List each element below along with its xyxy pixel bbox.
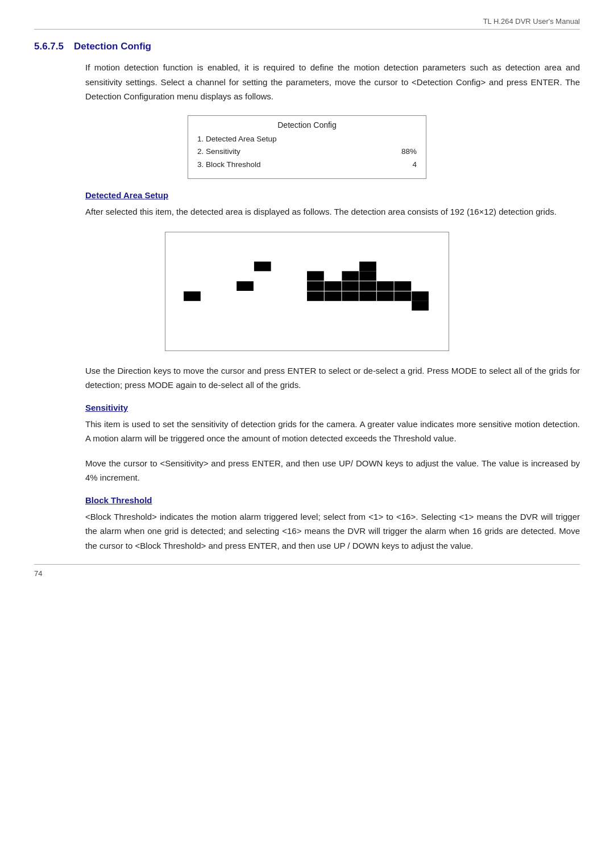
section-number: 5.6.7.5 [34, 41, 64, 52]
svg-rect-7 [325, 281, 342, 291]
sensitivity-text2: Move the cursor to <Sensitivity> and pre… [85, 456, 580, 485]
section-header: 5.6.7.5 Detection Config [34, 41, 580, 52]
sensitivity-link[interactable]: Sensitivity [85, 403, 580, 412]
detected-area-link[interactable]: Detected Area Setup [85, 190, 580, 200]
svg-rect-4 [359, 271, 376, 281]
svg-rect-10 [377, 281, 394, 291]
svg-rect-3 [342, 271, 359, 281]
page-number: 74 [34, 569, 42, 578]
detection-config-box: Detection Config 1. Detected Area Setup … [188, 115, 426, 180]
menu-item-2: 2. Sensitivity 88% [197, 145, 417, 158]
svg-rect-20 [412, 301, 429, 311]
svg-rect-6 [307, 281, 324, 291]
block-threshold-text: <Block Threshold> indicates the motion a… [85, 510, 580, 553]
bottom-bar: 74 [34, 564, 580, 578]
menu-item-3-value: 4 [412, 158, 417, 172]
detected-area-text: After selected this item, the detected a… [85, 205, 580, 219]
svg-rect-13 [307, 291, 324, 301]
grid-svg [165, 232, 449, 350]
svg-rect-0 [254, 261, 271, 271]
top-bar: TL H.264 DVR User's Manual [34, 17, 580, 30]
svg-rect-19 [412, 291, 429, 301]
svg-rect-8 [342, 281, 359, 291]
menu-item-3: 3. Block Threshold 4 [197, 158, 417, 172]
detection-grid-box [165, 232, 449, 351]
svg-rect-15 [342, 291, 359, 301]
svg-rect-5 [237, 281, 254, 291]
section-title: Detection Config [74, 41, 151, 52]
box-title: Detection Config [197, 120, 417, 130]
menu-item-2-label: 2. Sensitivity [197, 145, 240, 158]
detected-area-usage: Use the Direction keys to move the curso… [85, 364, 580, 393]
block-threshold-link[interactable]: Block Threshold [85, 495, 580, 505]
svg-rect-18 [395, 291, 412, 301]
svg-rect-12 [184, 291, 201, 301]
svg-rect-9 [359, 281, 376, 291]
intro-text: If motion detection function is enabled,… [85, 60, 580, 104]
svg-rect-11 [395, 281, 412, 291]
svg-rect-2 [307, 271, 324, 281]
menu-item-3-label: 3. Block Threshold [197, 158, 261, 172]
sensitivity-text1: This item is used to set the sensitivity… [85, 417, 580, 446]
svg-rect-1 [359, 261, 376, 271]
menu-item-1: 1. Detected Area Setup [197, 133, 417, 146]
svg-rect-16 [359, 291, 376, 301]
manual-title: TL H.264 DVR User's Manual [483, 17, 580, 26]
menu-item-1-label: 1. Detected Area Setup [197, 133, 277, 146]
svg-rect-14 [325, 291, 342, 301]
svg-rect-17 [377, 291, 394, 301]
menu-item-2-value: 88% [401, 145, 417, 158]
